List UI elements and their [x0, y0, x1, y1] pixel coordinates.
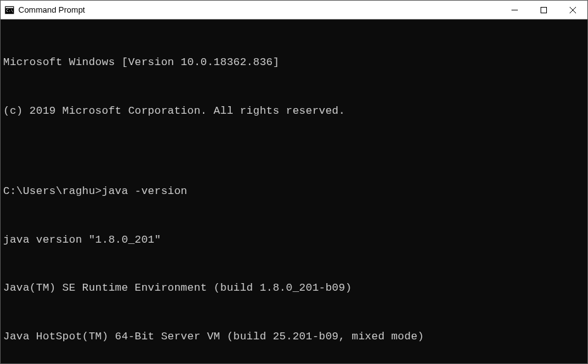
terminal-output[interactable]: Microsoft Windows [Version 10.0.18362.83… — [1, 20, 587, 363]
window-title: Command Prompt — [18, 5, 500, 15]
app-icon: C:\ — [4, 5, 15, 15]
terminal-line: (c) 2019 Microsoft Corporation. All righ… — [3, 103, 585, 119]
window-controls — [500, 1, 587, 19]
titlebar: C:\ Command Prompt — [1, 1, 587, 20]
minimize-button[interactable] — [500, 1, 529, 19]
maximize-button[interactable] — [529, 1, 558, 19]
terminal-line: java version "1.8.0_201" — [3, 232, 585, 248]
svg-rect-4 — [541, 7, 547, 13]
terminal-line: Microsoft Windows [Version 10.0.18362.83… — [3, 54, 585, 71]
svg-text:C:\: C:\ — [6, 8, 13, 13]
terminal-line: Java(TM) SE Runtime Environment (build 1… — [3, 280, 585, 296]
terminal-line: C:\Users\raghu>java -version — [3, 183, 585, 200]
terminal-line: Java HotSpot(TM) 64-Bit Server VM (build… — [3, 329, 585, 345]
close-button[interactable] — [558, 1, 587, 19]
